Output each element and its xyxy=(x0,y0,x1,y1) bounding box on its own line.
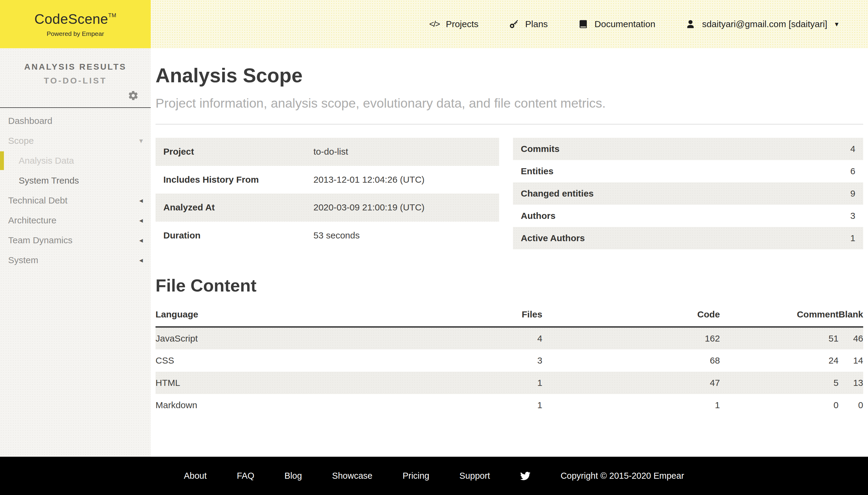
table-row: Entities 6 xyxy=(513,160,863,182)
chevron-left-icon: ◂ xyxy=(139,210,143,230)
project-info-table: Project to-do-list Includes History From… xyxy=(156,138,499,249)
sidebar-item-dashboard[interactable]: Dashboard xyxy=(0,111,151,131)
sidebar: ANALYSIS RESULTS TO-DO-LIST Dashboard Sc… xyxy=(0,48,151,457)
table-row: Includes History From 2013-12-01 12:04:2… xyxy=(156,166,499,194)
nav-documentation[interactable]: Documentation xyxy=(578,19,656,29)
user-icon xyxy=(685,19,696,29)
evolution-stats-table: Commits 4 Entities 6 Changed entities 9 … xyxy=(513,138,863,249)
table-row: Project to-do-list xyxy=(156,138,499,166)
page-title: Analysis Scope xyxy=(156,64,863,87)
footer-link-about[interactable]: About xyxy=(184,471,207,481)
chevron-down-icon: ▾ xyxy=(139,131,143,151)
sidebar-section-title: ANALYSIS RESULTS xyxy=(0,60,151,74)
footer-link-showcase[interactable]: Showcase xyxy=(332,471,372,481)
footer-link-blog[interactable]: Blog xyxy=(284,471,302,481)
sidebar-item-technical-debt[interactable]: Technical Debt◂ xyxy=(0,190,151,210)
top-nav: </> Projects Plans Documentation sdaitya… xyxy=(429,19,868,29)
table-row: Duration 53 seconds xyxy=(156,222,499,250)
table-row: Commits 4 xyxy=(513,138,863,160)
copyright-text: Copyright © 2015-2020 Empear xyxy=(560,471,684,481)
table-row: Markdown 1 1 0 0 xyxy=(156,394,863,416)
nav-projects-label: Projects xyxy=(446,19,478,29)
gear-icon xyxy=(128,90,139,101)
sidebar-item-system[interactable]: System◂ xyxy=(0,250,151,270)
main-content: Analysis Scope Project information, anal… xyxy=(151,48,868,457)
sidebar-header: ANALYSIS RESULTS TO-DO-LIST xyxy=(0,48,151,108)
settings-button[interactable] xyxy=(0,87,151,104)
footer-link-pricing[interactable]: Pricing xyxy=(403,471,430,481)
sidebar-menu: Dashboard Scope▾ Analysis Data System Tr… xyxy=(0,111,151,270)
column-header-language: Language xyxy=(156,309,430,327)
column-header-comment: Comment xyxy=(720,309,839,327)
column-header-files: Files xyxy=(430,309,542,327)
chevron-left-icon: ◂ xyxy=(139,190,143,210)
title-divider xyxy=(156,124,863,124)
column-header-code: Code xyxy=(542,309,720,327)
file-content-title: File Content xyxy=(156,275,863,295)
table-row: HTML 1 47 5 13 xyxy=(156,372,863,394)
nav-projects[interactable]: </> Projects xyxy=(429,19,478,29)
sidebar-project-name: TO-DO-LIST xyxy=(0,74,151,87)
table-row: Authors 3 xyxy=(513,205,863,227)
nav-user-label: sdaityari@gmail.com [sdaityari] xyxy=(702,19,827,29)
book-icon xyxy=(578,19,588,29)
table-row: CSS 3 68 24 14 xyxy=(156,349,863,372)
trademark-symbol: TM xyxy=(108,12,116,18)
top-header: CodeSceneTM Powered by Empear </> Projec… xyxy=(0,0,868,48)
file-content-table: Language Files Code Comment Blank JavaSc… xyxy=(156,309,863,416)
codescene-logo[interactable]: CodeSceneTM Powered by Empear xyxy=(0,0,151,48)
chevron-left-icon: ◂ xyxy=(139,230,143,250)
nav-plans[interactable]: Plans xyxy=(509,19,548,29)
key-icon xyxy=(509,19,519,29)
twitter-icon[interactable] xyxy=(520,471,531,481)
sidebar-item-analysis-data[interactable]: Analysis Data xyxy=(0,151,151,171)
table-row: Changed entities 9 xyxy=(513,182,863,205)
table-row: Analyzed At 2020-03-09 21:00:19 (UTC) xyxy=(156,193,499,222)
sidebar-item-scope[interactable]: Scope▾ xyxy=(0,131,151,151)
sidebar-divider xyxy=(0,107,151,108)
sidebar-item-system-trends[interactable]: System Trends xyxy=(0,171,151,190)
logo-title: CodeSceneTM xyxy=(34,11,116,27)
chevron-down-icon: ▾ xyxy=(835,20,838,28)
footer-link-faq[interactable]: FAQ xyxy=(237,471,254,481)
table-row: Active Authors 1 xyxy=(513,227,863,249)
nav-user-menu[interactable]: sdaityari@gmail.com [sdaityari] ▾ xyxy=(685,19,838,29)
nav-documentation-label: Documentation xyxy=(595,19,656,29)
info-tables: Project to-do-list Includes History From… xyxy=(156,138,863,249)
logo-tagline: Powered by Empear xyxy=(47,30,104,37)
column-header-blank: Blank xyxy=(838,309,863,327)
table-row: JavaScript 4 162 51 46 xyxy=(156,327,863,349)
footer-link-support[interactable]: Support xyxy=(459,471,490,481)
sidebar-item-team-dynamics[interactable]: Team Dynamics◂ xyxy=(0,230,151,250)
table-header-row: Language Files Code Comment Blank xyxy=(156,309,863,327)
code-icon: </> xyxy=(429,19,439,29)
footer: About FAQ Blog Showcase Pricing Support … xyxy=(0,457,868,495)
sidebar-item-architecture[interactable]: Architecture◂ xyxy=(0,210,151,230)
nav-plans-label: Plans xyxy=(525,19,548,29)
page-subtitle: Project information, analysis scope, evo… xyxy=(156,96,863,110)
chevron-left-icon: ◂ xyxy=(139,250,143,270)
